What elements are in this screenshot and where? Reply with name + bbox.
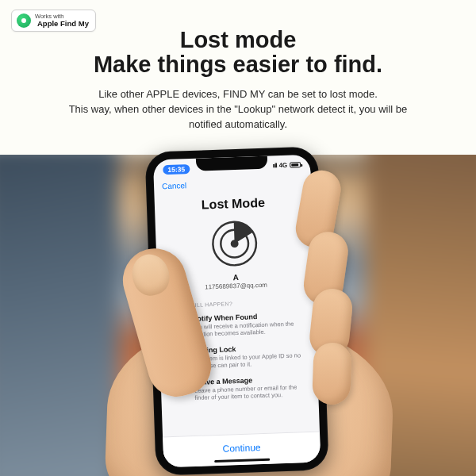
notch	[196, 156, 268, 171]
cancel-button[interactable]: Cancel	[162, 181, 187, 190]
home-indicator	[214, 459, 270, 463]
find-my-icon	[17, 13, 31, 28]
headline-line1: Lost mode	[0, 27, 476, 53]
status-right: ııll 4G	[273, 161, 301, 169]
page-title: Lost Mode	[166, 194, 301, 213]
row-sub: You will receive a notification when the…	[192, 320, 304, 339]
radar-icon	[209, 218, 260, 269]
headline-line2: Make things easier to find.	[0, 52, 476, 78]
network-label: 4G	[278, 162, 287, 169]
subtext-line3: notified automatically.	[189, 118, 287, 130]
bottom-bar: Continue	[163, 431, 321, 467]
subheadline: Like other APPLE devices, FIND MY can be…	[32, 87, 444, 132]
signal-icon: ııll	[273, 162, 277, 169]
subtext-line1: Like other APPLE devices, FIND MY can be…	[98, 88, 378, 100]
row-sub: Leave a phone number or email for the fi…	[194, 383, 306, 402]
battery-icon	[290, 162, 301, 167]
continue-button[interactable]: Continue	[163, 440, 320, 456]
subtext-line2: This way, when other devices in the "Loo…	[69, 103, 408, 115]
status-time-pill: 15:35	[163, 164, 190, 175]
hand-holding-phone: 15:35 ııll 4G Cancel Lost Mode	[106, 145, 371, 476]
headline: Lost mode Make things easier to find.	[0, 27, 476, 78]
